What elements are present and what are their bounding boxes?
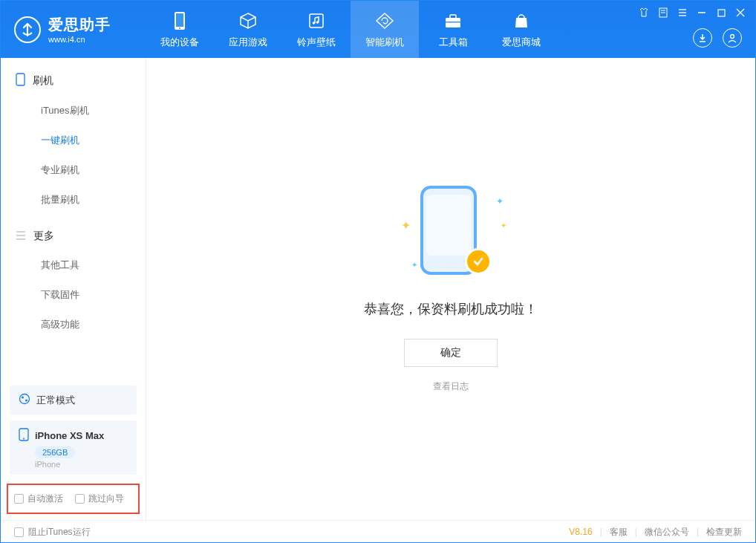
sidebar-item-itunes[interactable]: iTunes刷机	[1, 96, 146, 126]
checkbox-icon	[14, 494, 24, 504]
sparkle-icon: ✦	[411, 261, 417, 269]
sidebar-item-advanced[interactable]: 高级功能	[1, 310, 146, 339]
footer: 阻止iTunes运行 V8.16 | 客服 | 微信公众号 | 检查更新	[1, 520, 755, 543]
checkbox-icon	[75, 494, 85, 504]
app-logo-icon	[14, 16, 41, 43]
device-icon	[19, 428, 29, 443]
nav-tab-flash[interactable]: 智能刷机	[351, 1, 419, 58]
phone-icon	[169, 10, 190, 31]
music-icon	[306, 10, 327, 31]
svg-point-28	[23, 438, 25, 440]
phone-outline-icon	[16, 73, 25, 88]
profile-button[interactable]	[723, 28, 742, 48]
logo-area: 爱思助手 www.i4.cn	[1, 15, 146, 44]
sidebar-section-more: 更多	[1, 230, 146, 250]
sidebar-section-flash: 刷机	[1, 73, 146, 96]
svg-rect-16	[718, 10, 725, 16]
sidebar: 刷机 iTunes刷机 一键刷机 专业刷机 批量刷机 更多 其他工具 下载固件 …	[1, 58, 146, 520]
checkbox-auto-activate[interactable]: 自动激活	[14, 492, 63, 505]
sparkle-icon: ✦	[401, 218, 411, 233]
cube-icon	[238, 10, 258, 31]
block-itunes-label[interactable]: 阻止iTunes运行	[28, 526, 91, 539]
sparkle-icon: ✦	[496, 196, 504, 207]
update-link[interactable]: 检查更新	[706, 526, 742, 539]
nav-tab-tools[interactable]: 工具箱	[419, 1, 487, 58]
app-url: www.i4.cn	[48, 35, 111, 44]
success-illustration: ✦ ✦ ✦ ✦	[395, 186, 506, 282]
svg-point-24	[20, 394, 30, 404]
svg-point-26	[25, 400, 27, 402]
svg-rect-3	[310, 14, 323, 27]
app-name: 爱思助手	[48, 15, 111, 35]
svg-point-19	[731, 35, 734, 39]
svg-point-4	[313, 22, 316, 25]
note-icon[interactable]	[657, 7, 669, 19]
success-check-icon	[465, 248, 492, 275]
device-panel: 正常模式 iPhone XS Max 256GB iPhone	[10, 386, 137, 475]
minimize-icon[interactable]	[696, 7, 708, 19]
svg-point-2	[179, 27, 180, 29]
maximize-icon[interactable]	[715, 7, 727, 19]
support-link[interactable]: 客服	[610, 526, 628, 539]
storage-badge: 256GB	[35, 446, 75, 458]
svg-rect-7	[450, 15, 456, 19]
header-actions	[693, 28, 742, 48]
mode-icon	[19, 393, 30, 407]
success-message: 恭喜您，保资料刷机成功啦！	[364, 300, 538, 318]
svg-rect-1	[176, 13, 183, 27]
list-icon	[16, 230, 26, 242]
nav-tab-apps[interactable]: 应用游戏	[214, 1, 282, 58]
nav-tab-device[interactable]: 我的设备	[146, 1, 214, 58]
sidebar-item-pro[interactable]: 专业刷机	[1, 155, 146, 185]
version-label: V8.16	[569, 527, 592, 537]
checkbox-skip-guide[interactable]: 跳过向导	[75, 492, 124, 505]
svg-point-25	[22, 397, 24, 399]
sidebar-item-other[interactable]: 其他工具	[1, 250, 146, 280]
sparkle-icon: ✦	[501, 221, 506, 230]
nav-tabs: 我的设备 应用游戏 铃声壁纸 智能刷机 工具箱 爱思商城	[146, 1, 555, 58]
svg-point-5	[316, 21, 319, 24]
sidebar-item-batch[interactable]: 批量刷机	[1, 185, 146, 215]
download-button[interactable]	[693, 28, 712, 48]
close-icon[interactable]	[734, 7, 746, 19]
window-controls	[638, 7, 746, 19]
toolbox-icon	[443, 10, 463, 31]
nav-tab-store[interactable]: 爱思商城	[487, 1, 555, 58]
shirt-icon[interactable]	[638, 7, 650, 19]
sidebar-item-firmware[interactable]: 下载固件	[1, 280, 146, 310]
sidebar-item-oneclick[interactable]: 一键刷机	[1, 126, 146, 155]
flash-options: 自动激活 跳过向导	[7, 484, 140, 514]
svg-rect-20	[16, 74, 25, 85]
svg-rect-8	[446, 22, 460, 23]
nav-tab-ringtone[interactable]: 铃声壁纸	[282, 1, 351, 58]
bag-icon	[511, 10, 532, 31]
checkbox-icon[interactable]	[14, 527, 24, 537]
device-info[interactable]: iPhone XS Max 256GB iPhone	[10, 420, 137, 475]
menu-icon[interactable]	[677, 7, 688, 19]
main-content: ✦ ✦ ✦ ✦ 恭喜您，保资料刷机成功啦！ 确定 查看日志	[146, 58, 755, 520]
view-log-link[interactable]: 查看日志	[433, 380, 469, 393]
header: 爱思助手 www.i4.cn 我的设备 应用游戏 铃声壁纸 智能刷机 工具箱 爱…	[1, 1, 755, 58]
device-type: iPhone	[35, 460, 128, 469]
device-mode[interactable]: 正常模式	[10, 386, 137, 414]
ok-button[interactable]: 确定	[404, 339, 498, 367]
refresh-icon	[374, 10, 395, 31]
wechat-link[interactable]: 微信公众号	[645, 526, 689, 539]
